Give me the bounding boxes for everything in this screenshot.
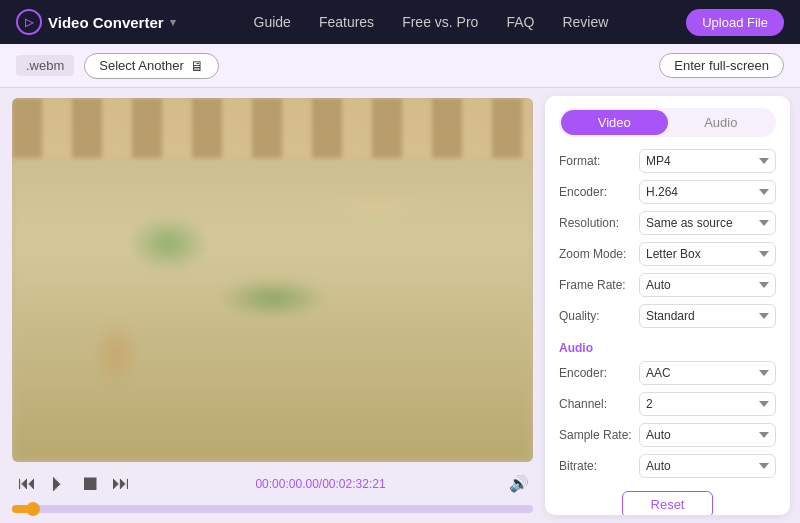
video-arch-decoration xyxy=(12,98,533,158)
nav-links: Guide Features Free vs. Pro FAQ Review xyxy=(208,14,655,30)
forward-button[interactable]: ⏭ xyxy=(110,471,132,496)
select-another-label: Select Another xyxy=(99,58,184,73)
resolution-label: Resolution: xyxy=(559,216,639,230)
brand-name: Video Converter xyxy=(48,14,164,31)
brand-icon: ▷ xyxy=(16,9,42,35)
tab-audio[interactable]: Audio xyxy=(668,110,775,135)
channel-select[interactable]: 2 xyxy=(639,392,776,416)
framerate-row: Frame Rate: Auto xyxy=(559,273,776,297)
navbar: ▷ Video Converter ▾ Guide Features Free … xyxy=(0,0,800,44)
encoder-video-row: Encoder: H.264 xyxy=(559,180,776,204)
resolution-select[interactable]: Same as source xyxy=(639,211,776,235)
brand-chevron-icon[interactable]: ▾ xyxy=(170,16,176,29)
bitrate-label: Bitrate: xyxy=(559,459,639,473)
channel-label: Channel: xyxy=(559,397,639,411)
encoder-audio-row: Encoder: AAC xyxy=(559,361,776,385)
time-display: 00:00:00.00/00:02:32:21 xyxy=(140,477,501,491)
samplerate-row: Sample Rate: Auto xyxy=(559,423,776,447)
video-panel: ⏮ ⏵ ⏹ ⏭ 00:00:00.00/00:02:32:21 🔊 xyxy=(0,88,545,523)
nav-features[interactable]: Features xyxy=(319,14,374,30)
progress-bar[interactable] xyxy=(12,505,533,513)
encoder-video-label: Encoder: xyxy=(559,185,639,199)
time-current: 00:00:00.00 xyxy=(255,477,318,491)
tab-video[interactable]: Video xyxy=(561,110,668,135)
progress-fill xyxy=(12,505,33,513)
format-label: Format: xyxy=(559,154,639,168)
progress-thumb xyxy=(26,502,40,516)
samplerate-select[interactable]: Auto xyxy=(639,423,776,447)
main-content: ⏮ ⏵ ⏹ ⏭ 00:00:00.00/00:02:32:21 🔊 Video … xyxy=(0,88,800,523)
quality-select[interactable]: Standard xyxy=(639,304,776,328)
framerate-label: Frame Rate: xyxy=(559,278,639,292)
stop-button[interactable]: ⏹ xyxy=(78,470,102,497)
audio-section-label: Audio xyxy=(559,341,776,355)
file-name: .webm xyxy=(16,55,74,76)
time-total: 00:02:32:21 xyxy=(322,477,385,491)
fullscreen-button[interactable]: Enter full-screen xyxy=(659,53,784,78)
subbar: .webm Select Another 🖥 Enter full-screen xyxy=(0,44,800,88)
volume-icon[interactable]: 🔊 xyxy=(509,474,529,493)
brand: ▷ Video Converter ▾ xyxy=(16,9,176,35)
encoder-audio-label: Encoder: xyxy=(559,366,639,380)
quality-label: Quality: xyxy=(559,309,639,323)
channel-row: Channel: 2 xyxy=(559,392,776,416)
bitrate-row: Bitrate: Auto xyxy=(559,454,776,478)
settings-panel: Video Audio Format: MP4 Encoder: H.264 R… xyxy=(545,96,790,515)
encoder-video-select[interactable]: H.264 xyxy=(639,180,776,204)
reset-button[interactable]: Reset xyxy=(622,491,714,515)
encoder-audio-select[interactable]: AAC xyxy=(639,361,776,385)
zoom-label: Zoom Mode: xyxy=(559,247,639,261)
video-preview xyxy=(12,98,533,462)
samplerate-label: Sample Rate: xyxy=(559,428,639,442)
upload-file-button[interactable]: Upload File xyxy=(686,9,784,36)
format-select[interactable]: MP4 xyxy=(639,149,776,173)
video-controls: ⏮ ⏵ ⏹ ⏭ 00:00:00.00/00:02:32:21 🔊 xyxy=(12,470,533,497)
zoom-row: Zoom Mode: Letter Box xyxy=(559,242,776,266)
format-row: Format: MP4 xyxy=(559,149,776,173)
quality-row: Quality: Standard xyxy=(559,304,776,328)
bitrate-select[interactable]: Auto xyxy=(639,454,776,478)
select-another-button[interactable]: Select Another 🖥 xyxy=(84,53,219,79)
nav-guide[interactable]: Guide xyxy=(254,14,291,30)
zoom-select[interactable]: Letter Box xyxy=(639,242,776,266)
subbar-left: .webm Select Another 🖥 xyxy=(16,53,219,79)
resolution-row: Resolution: Same as source xyxy=(559,211,776,235)
settings-tabs: Video Audio xyxy=(559,108,776,137)
play-button[interactable]: ⏵ xyxy=(46,470,70,497)
nav-free-pro[interactable]: Free vs. Pro xyxy=(402,14,478,30)
monitor-icon: 🖥 xyxy=(190,58,204,74)
rewind-button[interactable]: ⏮ xyxy=(16,471,38,496)
nav-review[interactable]: Review xyxy=(562,14,608,30)
nav-faq[interactable]: FAQ xyxy=(506,14,534,30)
framerate-select[interactable]: Auto xyxy=(639,273,776,297)
